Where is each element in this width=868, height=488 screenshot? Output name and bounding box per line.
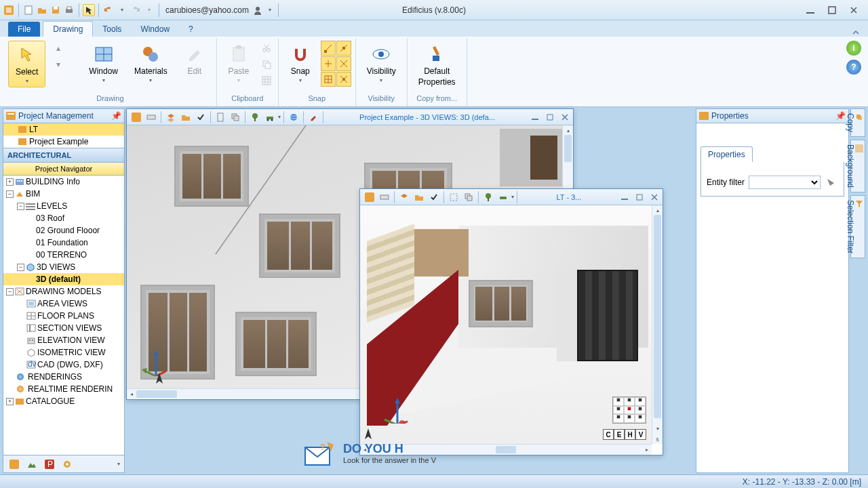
tree-floor-plans[interactable]: FLOOR PLANS bbox=[3, 310, 124, 322]
ribbon-collapse-icon[interactable] bbox=[852, 28, 860, 37]
doc-close-icon[interactable] bbox=[559, 113, 570, 122]
doc-minimize-icon[interactable] bbox=[619, 192, 630, 202]
doc-check-icon[interactable] bbox=[427, 190, 441, 204]
side-tab-background[interactable]: Background bbox=[850, 140, 865, 192]
snap-opt-6[interactable] bbox=[336, 72, 351, 87]
user-dropdown-icon[interactable]: ▾ bbox=[264, 4, 276, 16]
doc-car-icon[interactable] bbox=[263, 110, 277, 124]
redo-icon[interactable] bbox=[130, 4, 142, 16]
open-icon[interactable] bbox=[36, 4, 48, 16]
tree-drawing-models[interactable]: −DRAWING MODELS bbox=[3, 285, 124, 298]
tab-file[interactable]: File bbox=[8, 22, 40, 37]
foot-arch-icon[interactable] bbox=[7, 458, 21, 471]
doc-layers-icon[interactable] bbox=[164, 110, 178, 124]
tree-3d-default[interactable]: 3D (default) bbox=[3, 273, 124, 285]
undo-dropdown-icon[interactable]: ▾ bbox=[116, 4, 128, 16]
doc-globe-icon[interactable] bbox=[287, 110, 300, 124]
info-icon[interactable]: i bbox=[846, 41, 861, 56]
tree-level-03[interactable]: 03 Roof bbox=[3, 212, 124, 224]
redo-dropdown-icon[interactable]: ▾ bbox=[143, 4, 155, 16]
tree-level-01[interactable]: 01 Foundation bbox=[3, 237, 124, 249]
snap-options[interactable] bbox=[321, 41, 351, 87]
save-icon[interactable] bbox=[50, 4, 62, 16]
tab-help[interactable]: ? bbox=[179, 22, 203, 37]
doc-brush-icon[interactable] bbox=[307, 110, 320, 124]
snap-opt-1[interactable] bbox=[321, 41, 336, 56]
tab-tools[interactable]: Tools bbox=[93, 22, 131, 37]
project-lt[interactable]: LT bbox=[3, 123, 124, 136]
help-icon[interactable]: ? bbox=[846, 60, 861, 75]
select-button[interactable]: Select▾ bbox=[8, 41, 45, 87]
doc-layers-icon[interactable] bbox=[397, 190, 411, 204]
tree-renderings[interactable]: RENDERINGS bbox=[3, 371, 124, 383]
user-icon[interactable] bbox=[252, 4, 264, 16]
tree-realtime-rendering[interactable]: REALTIME RENDERIN bbox=[3, 383, 124, 395]
doc-select-icon[interactable] bbox=[447, 190, 460, 204]
side-tab-copy[interactable]: Copy bbox=[850, 108, 865, 137]
tree-level-00[interactable]: 00 TERRENO bbox=[3, 249, 124, 261]
doc-ruler-icon[interactable] bbox=[144, 110, 158, 124]
arrow-up-icon[interactable]: ▴ bbox=[51, 41, 66, 56]
foot-terrain-icon[interactable] bbox=[25, 458, 39, 471]
tree-level-02[interactable]: 02 Ground Flooor bbox=[3, 224, 124, 237]
doc-copy-icon[interactable] bbox=[229, 110, 242, 124]
edit-button[interactable]: Edit bbox=[177, 41, 212, 79]
print-icon[interactable] bbox=[63, 4, 75, 16]
doc-folder-icon[interactable] bbox=[179, 110, 193, 124]
entity-filter-select[interactable] bbox=[749, 176, 821, 189]
tree-isometric-view[interactable]: ISOMETRIC VIEW bbox=[3, 346, 124, 359]
snap-opt-4[interactable] bbox=[336, 56, 351, 71]
doc-tree-icon[interactable] bbox=[481, 190, 495, 204]
paste-button[interactable]: Paste▾ bbox=[221, 41, 256, 86]
doc-tree-icon[interactable] bbox=[248, 110, 262, 124]
tab-drawing[interactable]: Drawing bbox=[43, 21, 93, 37]
sub-3d-viewport[interactable]: CEHV bbox=[360, 205, 652, 444]
architectural-header[interactable]: ARCHITECTURAL bbox=[3, 148, 125, 163]
foot-dropdown-icon[interactable]: ▾ bbox=[117, 461, 120, 467]
pointer-icon[interactable] bbox=[83, 4, 95, 16]
materials-button[interactable]: Materials▾ bbox=[127, 41, 174, 86]
snap-opt-3[interactable] bbox=[321, 56, 336, 71]
close-icon[interactable] bbox=[848, 5, 860, 15]
tree-elevation-view[interactable]: ELEVATION VIEW bbox=[3, 334, 124, 346]
properties-tab[interactable]: Properties bbox=[701, 146, 753, 162]
reference-point-grid[interactable] bbox=[612, 396, 646, 424]
tree-3d-views[interactable]: −3D VIEWS bbox=[3, 261, 124, 273]
tree-section-views[interactable]: SECTION VIEWS bbox=[3, 322, 124, 334]
doc-car-icon[interactable] bbox=[496, 190, 510, 204]
window-button[interactable]: Window▾ bbox=[82, 41, 125, 86]
doc-measure-icon[interactable] bbox=[214, 110, 227, 124]
tree-building-info[interactable]: +BUILDING Info bbox=[3, 176, 124, 188]
doc-close-icon[interactable] bbox=[649, 192, 660, 202]
pin-icon[interactable]: 📌 bbox=[111, 111, 121, 121]
snap-opt-5[interactable] bbox=[321, 72, 336, 87]
foot-price-icon[interactable]: P bbox=[43, 458, 56, 471]
doc-ruler-icon[interactable] bbox=[378, 190, 391, 204]
sub-scrollbar-vertical[interactable]: ▴▾s bbox=[652, 205, 663, 444]
visibility-button[interactable]: Visibility▾ bbox=[360, 41, 403, 86]
tree-cad[interactable]: dwgCAD (DWG, DXF) bbox=[3, 359, 124, 371]
tree-bim[interactable]: −BIM bbox=[3, 188, 124, 200]
filter-pick-icon[interactable] bbox=[825, 176, 838, 189]
default-properties-button[interactable]: Default Properties bbox=[412, 41, 462, 89]
side-tab-selection-filter[interactable]: Selection Filter bbox=[850, 195, 865, 258]
foot-settings-icon[interactable] bbox=[60, 458, 74, 471]
cut-icon[interactable] bbox=[259, 41, 274, 56]
tree-catalogue[interactable]: +CATALOGUE bbox=[3, 395, 124, 407]
tab-window[interactable]: Window bbox=[131, 22, 179, 37]
doc-folder-icon[interactable] bbox=[412, 190, 426, 204]
project-example[interactable]: Project Example bbox=[3, 136, 124, 148]
doc-copy-icon[interactable] bbox=[462, 190, 475, 204]
tree-area-views[interactable]: AREA VIEWS bbox=[3, 298, 124, 310]
undo-icon[interactable] bbox=[102, 4, 115, 16]
pin-icon[interactable]: 📌 bbox=[835, 111, 846, 121]
doc-maximize-icon[interactable] bbox=[545, 113, 555, 122]
minimize-icon[interactable] bbox=[804, 5, 816, 15]
snap-opt-2[interactable] bbox=[336, 41, 351, 56]
new-icon[interactable] bbox=[22, 4, 35, 16]
copy-icon[interactable] bbox=[259, 57, 274, 72]
arrow-down-icon[interactable]: ▾ bbox=[51, 57, 66, 72]
cehv-toggle[interactable]: CEHV bbox=[603, 429, 646, 440]
grid-icon[interactable] bbox=[259, 73, 274, 88]
tree-levels[interactable]: −LEVELS bbox=[3, 200, 124, 212]
